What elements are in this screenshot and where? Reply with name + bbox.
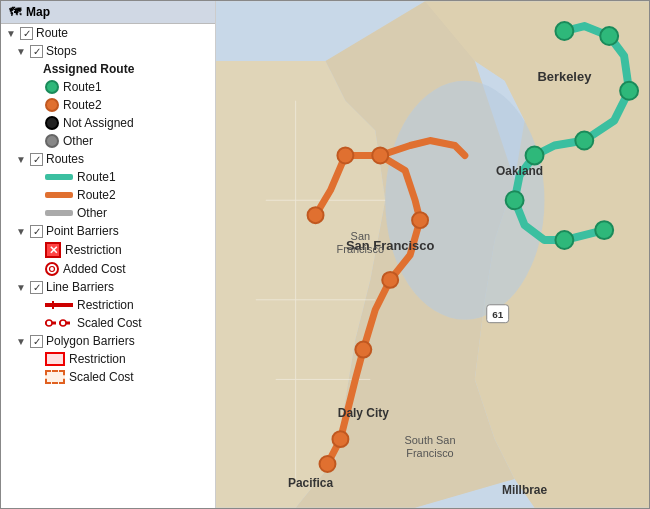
checkbox-point-barriers[interactable]: ✓ bbox=[30, 225, 43, 238]
route2-line-item: Route2 bbox=[1, 186, 215, 204]
map-icon: 🗺 bbox=[9, 5, 21, 19]
route2-stop-icon bbox=[45, 98, 59, 112]
line-barriers-item[interactable]: ▼ ✓ Line Barriers bbox=[1, 278, 215, 296]
green-stop-2 bbox=[600, 27, 618, 45]
stops-item[interactable]: ▼ ✓ Stops bbox=[1, 42, 215, 60]
route1-stop-icon bbox=[45, 80, 59, 94]
route1-stop-label: Route1 bbox=[63, 80, 102, 94]
route-label: Route bbox=[36, 26, 68, 40]
svg-point-4 bbox=[60, 320, 66, 326]
other-line-item: Other bbox=[1, 204, 215, 222]
route2-line-label: Route2 bbox=[77, 188, 116, 202]
san-francisco-sub2: Francisco bbox=[337, 243, 384, 255]
millbrae-label: Millbrae bbox=[502, 483, 547, 497]
lb-restriction-item: Restriction bbox=[1, 296, 215, 314]
orange-stop-6 bbox=[332, 431, 348, 447]
green-stop-8 bbox=[595, 221, 613, 239]
sidebar-header: 🗺 Map bbox=[1, 1, 215, 24]
point-barriers-item[interactable]: ▼ ✓ Point Barriers bbox=[1, 222, 215, 240]
checkbox-polygon-barriers[interactable]: ✓ bbox=[30, 335, 43, 348]
route1-stop-item: Route1 bbox=[1, 78, 215, 96]
poly-scaled-cost-item: Scaled Cost bbox=[1, 368, 215, 386]
not-assigned-label: Not Assigned bbox=[63, 116, 134, 130]
orange-stop-8 bbox=[382, 272, 398, 288]
pb-restriction-label: Restriction bbox=[65, 243, 122, 257]
route1-line-item: Route1 bbox=[1, 168, 215, 186]
expand-stops[interactable]: ▼ bbox=[15, 46, 27, 57]
pb-added-cost-icon: O bbox=[45, 262, 59, 276]
expand-line-barriers[interactable]: ▼ bbox=[15, 282, 27, 293]
berkeley-label: Berkeley bbox=[537, 69, 592, 84]
pb-added-cost-item: O Added Cost bbox=[1, 260, 215, 278]
green-stop-7 bbox=[555, 231, 573, 249]
orange-stop-1 bbox=[337, 147, 353, 163]
lb-scaled-cost-item: Scaled Cost bbox=[1, 314, 215, 332]
polygon-barriers-item[interactable]: ▼ ✓ Polygon Barriers bbox=[1, 332, 215, 350]
san-francisco-sub: San bbox=[351, 230, 370, 242]
route2-stop-label: Route2 bbox=[63, 98, 102, 112]
other-stop-label: Other bbox=[63, 134, 93, 148]
green-stop-4 bbox=[575, 132, 593, 150]
pb-restriction-item: ✕ Restriction bbox=[1, 240, 215, 260]
poly-restriction-label: Restriction bbox=[69, 352, 126, 366]
green-stop-5 bbox=[526, 146, 544, 164]
orange-stop-7 bbox=[320, 456, 336, 472]
orange-stop-3 bbox=[308, 207, 324, 223]
assigned-route-header: Assigned Route bbox=[1, 60, 215, 78]
not-assigned-icon bbox=[45, 116, 59, 130]
polygon-barriers-label: Polygon Barriers bbox=[46, 334, 135, 348]
point-barriers-label: Point Barriers bbox=[46, 224, 119, 238]
not-assigned-item: Not Assigned bbox=[1, 114, 215, 132]
checkbox-routes[interactable]: ✓ bbox=[30, 153, 43, 166]
other-line-icon bbox=[45, 210, 73, 216]
other-stop-icon bbox=[45, 134, 59, 148]
pb-added-cost-label: Added Cost bbox=[63, 262, 126, 276]
oakland-label: Oakland bbox=[496, 164, 543, 178]
map[interactable]: 61 Berkeley San Francisco San Francisco … bbox=[216, 1, 649, 508]
expand-polygon-barriers[interactable]: ▼ bbox=[15, 336, 27, 347]
orange-stop-2 bbox=[372, 147, 388, 163]
checkbox-stops[interactable]: ✓ bbox=[30, 45, 43, 58]
green-stop-1 bbox=[555, 22, 573, 40]
pb-restriction-icon: ✕ bbox=[45, 242, 61, 258]
line-barriers-label: Line Barriers bbox=[46, 280, 114, 294]
poly-restriction-item: Restriction bbox=[1, 350, 215, 368]
expand-route[interactable]: ▼ bbox=[5, 28, 17, 39]
south-sf-label: South San bbox=[404, 434, 455, 446]
sidebar-title: Map bbox=[26, 5, 50, 19]
daly-city-label: Daly City bbox=[338, 406, 389, 420]
expand-point-barriers[interactable]: ▼ bbox=[15, 226, 27, 237]
lb-restriction-icon bbox=[45, 300, 73, 310]
poly-scaled-cost-icon bbox=[45, 370, 65, 384]
routes-label: Routes bbox=[46, 152, 84, 166]
south-sf-label2: Francisco bbox=[406, 447, 453, 459]
green-stop-6 bbox=[506, 191, 524, 209]
route2-stop-item: Route2 bbox=[1, 96, 215, 114]
other-stop-item: Other bbox=[1, 132, 215, 150]
route1-line-icon bbox=[45, 174, 73, 180]
expand-routes[interactable]: ▼ bbox=[15, 154, 27, 165]
highway-61-label: 61 bbox=[492, 309, 504, 320]
lb-scaled-svg bbox=[45, 318, 73, 328]
routes-item[interactable]: ▼ ✓ Routes bbox=[1, 150, 215, 168]
route-item[interactable]: ▼ ✓ Route bbox=[1, 24, 215, 42]
map-svg: 61 Berkeley San Francisco San Francisco … bbox=[216, 1, 649, 508]
checkbox-line-barriers[interactable]: ✓ bbox=[30, 281, 43, 294]
lb-restriction-label: Restriction bbox=[77, 298, 134, 312]
lb-scaled-cost-icon bbox=[45, 318, 73, 328]
checkbox-route[interactable]: ✓ bbox=[20, 27, 33, 40]
sidebar: 🗺 Map ▼ ✓ Route ▼ ✓ Stops Assigned Route… bbox=[1, 1, 216, 509]
lb-scaled-cost-label: Scaled Cost bbox=[77, 316, 142, 330]
svg-point-3 bbox=[46, 320, 52, 326]
green-stop-3 bbox=[620, 82, 638, 100]
route2-line-icon bbox=[45, 192, 73, 198]
poly-restriction-icon bbox=[45, 352, 65, 366]
orange-stop-5 bbox=[355, 342, 371, 358]
stops-label: Stops bbox=[46, 44, 77, 58]
other-line-label: Other bbox=[77, 206, 107, 220]
orange-stop-4 bbox=[412, 212, 428, 228]
lb-restriction-svg bbox=[45, 300, 73, 310]
assigned-route-label: Assigned Route bbox=[43, 62, 134, 76]
poly-scaled-cost-label: Scaled Cost bbox=[69, 370, 134, 384]
pacifica-label: Pacifica bbox=[288, 476, 333, 490]
